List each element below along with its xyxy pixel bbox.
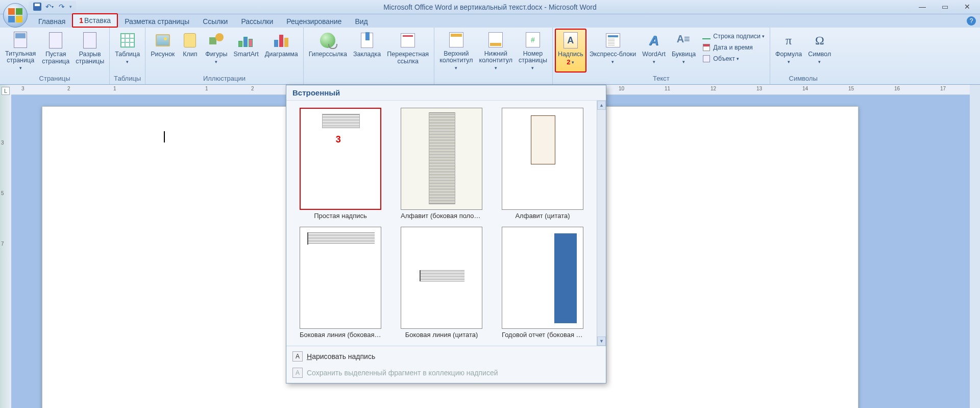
tab-selector[interactable]: L [2, 87, 10, 95]
tab-mailings[interactable]: Рассылки [234, 15, 280, 28]
maximize-button[interactable]: ▭ [934, 1, 955, 12]
sigline-button[interactable]: Строка подписи ▾ [700, 31, 767, 42]
gallery-header: Встроенный [286, 85, 606, 101]
group-illustrations: Рисунок Клип Фигуры▾ SmartArt Диаграмма … [145, 28, 304, 84]
crossref-button[interactable]: Перекрестная ссылка [384, 29, 432, 73]
table-icon [119, 32, 136, 49]
date-icon [702, 43, 711, 52]
callout-3: 3 [336, 134, 341, 145]
object-button[interactable]: Объект ▾ [700, 53, 767, 64]
wordart-button[interactable]: A WordArt▾ [639, 29, 669, 73]
blank-page-button[interactable]: Пустая страница [39, 29, 72, 73]
gallery-grid: 3 Простая надпись Алфавит (боковая полос… [286, 101, 597, 346]
gallery-item-annual-sidebar[interactable]: Годовой отчет (боковая полоса) [494, 225, 592, 341]
ribbon-tabs: Главная 1Вставка Разметка страницы Ссылк… [0, 14, 980, 28]
wordart-icon: A [645, 32, 663, 49]
vertical-scrollbar[interactable] [970, 85, 980, 408]
cover-page-icon [12, 32, 29, 49]
page-break-icon [81, 32, 99, 49]
text-cursor [164, 131, 165, 142]
group-text: A Надпись 2▾ Экспресс-блоки▾ A WordArt▾ … [553, 28, 770, 84]
group-pages: Титульная страница▾ Пустая страница Разр… [0, 28, 110, 84]
draw-textbox-button[interactable]: A Нарисовать надпись [286, 348, 606, 365]
redo-button[interactable]: ↷ [57, 2, 66, 11]
object-icon [702, 54, 711, 63]
quickparts-icon [604, 32, 622, 49]
equation-button[interactable]: π Формула▾ [772, 29, 805, 73]
tab-review[interactable]: Рецензирование [280, 15, 348, 28]
close-button[interactable]: ✕ [957, 1, 978, 12]
clip-icon [181, 32, 199, 49]
help-icon[interactable]: ? [967, 16, 976, 26]
draw-textbox-icon: A [292, 351, 303, 362]
gallery-item-alpha-quote[interactable]: Алфавит (цитата) [494, 106, 592, 222]
group-tables: Таблица▾ Таблицы [110, 28, 145, 84]
chart-icon [273, 32, 290, 49]
chart-button[interactable]: Диаграмма [262, 29, 301, 73]
group-links: Гиперссылка Закладка Перекрестная ссылка… [304, 28, 434, 84]
save-selection-icon: A [292, 368, 303, 378]
vertical-ruler[interactable]: 357 [1, 95, 4, 247]
dropcap-icon: A≡ [675, 32, 693, 49]
crossref-icon [399, 32, 416, 49]
quick-access-toolbar: ↶▾ ↷ ▾ [29, 1, 76, 12]
globe-icon [319, 32, 336, 49]
minimize-button[interactable]: — [912, 1, 933, 12]
picture-button[interactable]: Рисунок [148, 29, 178, 73]
group-headerfooter: Верхний колонтитул▾ Нижний колонтитул▾ #… [434, 28, 553, 84]
picture-icon [154, 32, 172, 49]
symbol-button[interactable]: Ω Символ▾ [805, 29, 834, 73]
header-button[interactable]: Верхний колонтитул▾ [436, 29, 476, 73]
gallery-scrollbar[interactable]: ▲ ▼ [597, 101, 606, 346]
tab-home[interactable]: Главная [32, 15, 72, 28]
footer-icon [487, 32, 504, 49]
table-button[interactable]: Таблица▾ [112, 29, 143, 73]
tab-view[interactable]: Вид [348, 15, 374, 28]
cover-page-button[interactable]: Титульная страница▾ [2, 29, 39, 73]
tab-insert[interactable]: 1Вставка [72, 13, 118, 28]
textbox-icon: A [562, 32, 579, 49]
gallery-item-alpha-sidebar[interactable]: Алфавит (боковая полоса) [393, 106, 491, 222]
gallery-item-sideline-sidebar[interactable]: Боковая линия (боковая полоса) [291, 225, 389, 341]
scroll-down-icon[interactable]: ▼ [597, 337, 606, 346]
ribbon: Титульная страница▾ Пустая страница Разр… [0, 28, 980, 85]
dropcap-button[interactable]: A≡ Буквица▾ [669, 29, 699, 73]
title-bar: ↶▾ ↷ ▾ Microsoft Office Word и вертикаль… [0, 0, 980, 14]
undo-button[interactable]: ↶▾ [45, 2, 54, 11]
footer-button[interactable]: Нижний колонтитул▾ [476, 29, 516, 73]
window-controls: — ▭ ✕ [912, 1, 978, 12]
office-logo-icon [8, 8, 22, 22]
textbox-gallery: Встроенный 3 Простая надпись Алфавит (бо… [286, 85, 606, 383]
quickparts-button[interactable]: Экспресс-блоки▾ [586, 29, 640, 73]
blank-page-icon [47, 32, 64, 49]
gallery-item-sideline-quote[interactable]: Боковая линия (цитата) [393, 225, 491, 341]
bookmark-button[interactable]: Закладка [350, 29, 384, 73]
window-title: Microsoft Office Word и вертикальный тек… [383, 3, 597, 11]
save-selection-button: A Сохранить выделенный фрагмент в коллек… [286, 365, 606, 381]
bookmark-icon [358, 32, 376, 49]
gallery-footer: A Нарисовать надпись A Сохранить выделен… [286, 346, 606, 383]
tab-page-layout[interactable]: Разметка страницы [118, 15, 196, 28]
tab-references[interactable]: Ссылки [196, 15, 234, 28]
callout-2: 2 [567, 58, 570, 66]
pi-icon: π [780, 32, 797, 49]
signature-icon [702, 32, 711, 41]
group-symbols: π Формула▾ Ω Символ▾ Символы [770, 28, 836, 84]
scroll-up-icon[interactable]: ▲ [597, 101, 606, 110]
callout-1: 1 [79, 16, 83, 25]
pagenum-icon: # [524, 32, 542, 49]
textbox-button[interactable]: A Надпись 2▾ [555, 29, 586, 73]
pagenum-button[interactable]: # Номер страницы▾ [516, 29, 550, 73]
office-button[interactable] [3, 3, 28, 28]
shapes-icon [208, 32, 225, 49]
gallery-item-simple[interactable]: 3 Простая надпись [291, 106, 389, 222]
save-button[interactable] [33, 2, 42, 11]
smartart-button[interactable]: SmartArt [230, 29, 261, 73]
clip-button[interactable]: Клип [178, 29, 202, 73]
omega-icon: Ω [811, 32, 828, 49]
datetime-button[interactable]: Дата и время [700, 42, 767, 53]
smartart-icon [237, 32, 255, 49]
shapes-button[interactable]: Фигуры▾ [202, 29, 230, 73]
page-break-button[interactable]: Разрыв страницы [72, 29, 107, 73]
hyperlink-button[interactable]: Гиперссылка [306, 29, 350, 73]
